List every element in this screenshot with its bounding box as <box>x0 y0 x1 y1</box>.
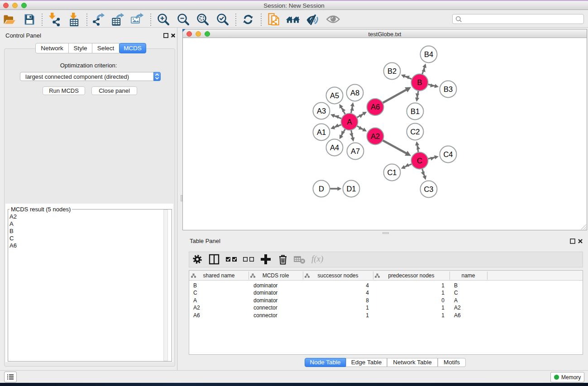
svg-text:A6: A6 <box>371 103 380 111</box>
svg-text:A7: A7 <box>351 147 360 155</box>
svg-text:D: D <box>319 185 324 193</box>
svg-text:B2: B2 <box>387 67 397 75</box>
svg-text:B3: B3 <box>444 85 453 93</box>
svg-text:B4: B4 <box>424 50 433 58</box>
svg-text:C2: C2 <box>410 128 420 136</box>
svg-text:B1: B1 <box>411 107 420 115</box>
svg-text:B: B <box>417 78 422 86</box>
svg-text:A2: A2 <box>371 132 380 140</box>
svg-text:A5: A5 <box>330 91 339 100</box>
svg-text:A8: A8 <box>350 89 359 97</box>
svg-text:C: C <box>417 157 422 165</box>
svg-text:D1: D1 <box>346 185 356 193</box>
svg-text:A3: A3 <box>317 107 326 115</box>
svg-text:C1: C1 <box>387 168 397 176</box>
svg-text:A1: A1 <box>317 128 326 136</box>
svg-text:A: A <box>347 118 352 126</box>
svg-text:A4: A4 <box>330 143 339 152</box>
svg-text:C4: C4 <box>443 150 453 158</box>
svg-text:C3: C3 <box>424 185 433 193</box>
